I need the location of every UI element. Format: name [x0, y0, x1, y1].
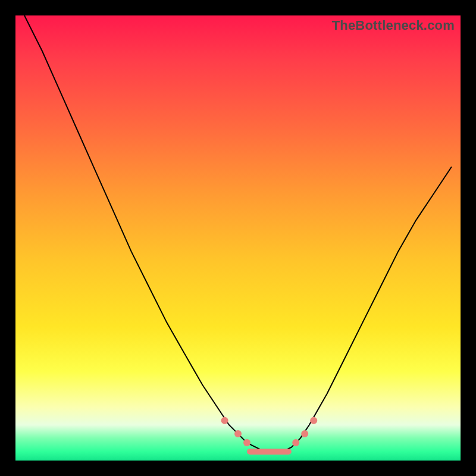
- plot-area: TheBottleneck.com: [15, 15, 461, 461]
- trough-bar: [247, 449, 292, 455]
- chart-svg: [15, 15, 461, 461]
- trough-markers: [221, 417, 318, 455]
- trough-dot: [234, 430, 242, 437]
- trough-dot: [243, 439, 250, 446]
- trough-dot: [301, 430, 308, 437]
- trough-dot: [310, 417, 317, 424]
- watermark-text: TheBottleneck.com: [332, 18, 455, 33]
- trough-dot: [221, 417, 228, 424]
- outer-frame: TheBottleneck.com: [0, 0, 476, 476]
- trough-dot: [292, 439, 299, 446]
- bottleneck-curve: [24, 15, 452, 452]
